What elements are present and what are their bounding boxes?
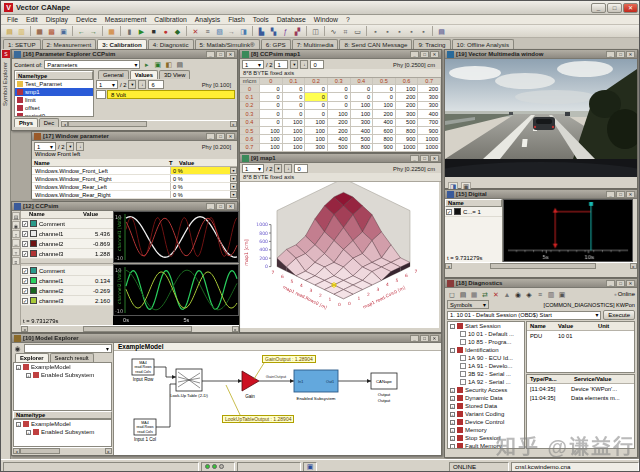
- window-close-button[interactable]: ✕: [226, 203, 235, 210]
- map-value-cell[interactable]: 100: [305, 119, 328, 127]
- diag-settings-icon[interactable]: ▣: [557, 289, 567, 299]
- map-value-cell[interactable]: 300: [351, 119, 374, 127]
- expand-toggle-icon[interactable]: +: [26, 373, 31, 378]
- map-value-cell[interactable]: 100: [260, 127, 283, 135]
- window-close-button[interactable]: ✕: [430, 335, 439, 342]
- diagnostic-service-item[interactable]: 1A 92 - Serial ...: [448, 378, 524, 386]
- map-value-cell[interactable]: 0: [351, 85, 374, 93]
- service-combobox[interactable]: 1. 10 01 - Default Session (OBD$) Start▾: [447, 311, 601, 320]
- map-value-cell[interactable]: 0: [305, 85, 328, 93]
- value-column-header[interactable]: Value: [83, 211, 113, 218]
- horizontal-scrollbar[interactable]: ◂▸: [21, 325, 239, 332]
- diagnostic-group-item[interactable]: +Stop Session: [448, 434, 524, 442]
- parameter-tree-item[interactable]: smp1: [15, 88, 93, 96]
- expand-toggle-icon[interactable]: -: [450, 444, 455, 449]
- axis-down-button[interactable]: ↓: [138, 80, 146, 89]
- window-minimize-button[interactable]: _: [206, 203, 215, 210]
- expand-toggle-icon[interactable]: +: [450, 420, 455, 425]
- next-window-icon[interactable]: →: [226, 26, 237, 37]
- diagnostic-service-item[interactable]: 1A 91 - Develo...: [448, 362, 524, 370]
- page-tab-3[interactable]: 3: Calibration: [97, 39, 147, 49]
- graph-cursor-icon[interactable]: ↕: [12, 230, 20, 238]
- device-view-icon[interactable]: ▣: [58, 26, 69, 37]
- expand-toggle-icon[interactable]: +: [450, 412, 455, 417]
- map-value-cell[interactable]: 500: [396, 119, 419, 127]
- name-column-header[interactable]: Name: [21, 211, 83, 218]
- map-value-cell[interactable]: 500: [328, 144, 351, 152]
- window-maximize-button[interactable]: □: [616, 191, 625, 198]
- diagnostic-group-item[interactable]: -Start Session: [448, 322, 524, 330]
- result-column-header[interactable]: Value: [555, 322, 595, 330]
- diag-swap-icon[interactable]: ⇄: [480, 289, 490, 299]
- signal-row[interactable]: ✓ C...= 1: [445, 207, 502, 217]
- parameter-tree-item[interactable]: offset: [15, 104, 93, 112]
- channel-row[interactable]: ✓channel15.436: [21, 229, 113, 239]
- expand-toggle-icon[interactable]: +: [450, 388, 455, 393]
- page-tab-10[interactable]: 10: Offline Analysis: [452, 39, 515, 49]
- map-value-cell[interactable]: 1000: [418, 144, 441, 152]
- filetype-icon-1[interactable]: ▪: [370, 26, 381, 37]
- diagnostic-service-item[interactable]: 10 01 - Default ...: [448, 330, 524, 338]
- map-value-cell[interactable]: 300: [396, 110, 419, 118]
- histogram-icon[interactable]: ▞: [292, 26, 303, 37]
- map-value-cell[interactable]: 1000: [418, 135, 441, 143]
- model-tree-item[interactable]: +ExampleModel: [14, 420, 111, 428]
- function-icon[interactable]: ƒ: [280, 26, 291, 37]
- parameter-tree-item[interactable]: limit: [15, 96, 93, 104]
- channel-checkbox[interactable]: ✓: [22, 268, 28, 274]
- page-tab-4[interactable]: 4: Diagnostic: [148, 39, 194, 49]
- map-value-cell[interactable]: 0: [260, 93, 283, 101]
- apply-filter-icon[interactable]: ▸: [142, 60, 151, 69]
- scope-icon[interactable]: ∿: [328, 26, 339, 37]
- map-value-cell[interactable]: 900: [418, 127, 441, 135]
- index-box[interactable]: 1▾: [242, 60, 264, 69]
- expand-toggle-icon[interactable]: +: [16, 422, 21, 427]
- column-header-cell[interactable]: 0.2: [305, 78, 328, 85]
- param-view-tab-values[interactable]: Values: [130, 70, 158, 79]
- name-type-header[interactable]: Name/type: [13, 411, 112, 419]
- signal-checkbox[interactable]: ✓: [446, 209, 452, 215]
- filetype-icon-4[interactable]: ▪: [406, 26, 417, 37]
- map-value-cell[interactable]: 400: [418, 110, 441, 118]
- measure-view-icon[interactable]: ◆: [172, 26, 183, 37]
- map-value-cell[interactable]: 200: [396, 93, 419, 101]
- map-value-cell[interactable]: 300: [418, 102, 441, 110]
- map-value-cell[interactable]: 100: [305, 135, 328, 143]
- filetype-icon-5[interactable]: ▪: [418, 26, 429, 37]
- expand-toggle-icon[interactable]: +: [26, 430, 31, 435]
- model-tree-item[interactable]: +Enabled Subsystem: [14, 428, 111, 436]
- online-toggle-label[interactable]: Online: [618, 291, 635, 297]
- measure-record-icon[interactable]: ●: [160, 26, 171, 37]
- new-file-icon[interactable]: ▤: [4, 26, 15, 37]
- content-of-select[interactable]: Parameters▾: [44, 60, 140, 69]
- channel-row[interactable]: ✓channel2-0.269: [21, 286, 113, 296]
- diagnostic-service-item[interactable]: 10 85 - Progra...: [448, 338, 524, 346]
- map-value-cell[interactable]: 100: [283, 135, 306, 143]
- split-window-icon[interactable]: ◨: [238, 26, 249, 37]
- map-value-cell[interactable]: 100: [396, 85, 419, 93]
- menu-item-database[interactable]: Database: [273, 16, 310, 23]
- menu-item-[interactable]: ?: [342, 16, 354, 23]
- map-value-cell[interactable]: 1000: [396, 144, 419, 152]
- map-value-cell[interactable]: 100: [351, 110, 374, 118]
- diag-edit-icon[interactable]: ▦: [469, 289, 479, 299]
- log-column-header[interactable]: Service/Value: [571, 375, 615, 383]
- symbols-dropdown[interactable]: Symbols▾: [447, 300, 489, 309]
- model-search-input[interactable]: ▾: [24, 344, 112, 353]
- window-maximize-button[interactable]: □: [216, 51, 225, 58]
- channel-row[interactable]: ✓channel10.134: [21, 276, 113, 286]
- spin-button[interactable]: ▾: [290, 60, 298, 69]
- map-value-cell[interactable]: 0: [283, 93, 306, 101]
- map-value-cell[interactable]: 800: [373, 135, 396, 143]
- map-value-cell[interactable]: 100: [351, 102, 374, 110]
- map-value-cell[interactable]: 100: [283, 119, 306, 127]
- diagnostic-group-item[interactable]: -Identification: [448, 346, 524, 354]
- menu-item-flash[interactable]: Flash: [224, 16, 249, 23]
- waveform-plot-panel2[interactable]: [113, 264, 239, 316]
- column-header-cell[interactable]: 0.3: [328, 78, 351, 85]
- diag-new-icon[interactable]: ◻: [447, 289, 457, 299]
- window-close-button[interactable]: ✕: [430, 155, 439, 162]
- name-column-header[interactable]: Name: [445, 199, 502, 207]
- copy-page-icon[interactable]: ▤: [436, 26, 447, 37]
- expand-toggle-icon[interactable]: +: [450, 428, 455, 433]
